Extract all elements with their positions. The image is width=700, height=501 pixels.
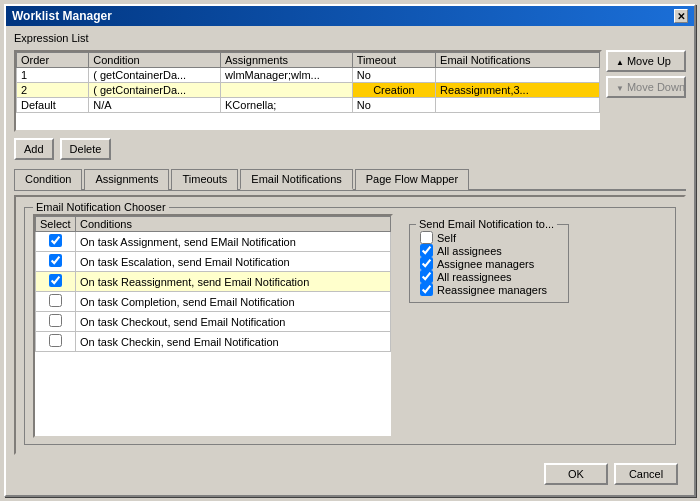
send-to-option: Self [420, 231, 558, 244]
worklist-manager-window: Worklist Manager ✕ Expression List Order… [4, 4, 696, 497]
send-to-options: SelfAll assigneesAssignee managersAll re… [420, 231, 558, 296]
tab-assignments[interactable]: Assignments [84, 169, 169, 190]
email-condition-checkbox[interactable] [49, 294, 62, 307]
email-table-row[interactable]: On task Completion, send Email Notificat… [36, 292, 391, 312]
col-timeout: Timeout [352, 53, 435, 68]
table-header-row: Order Condition Assignments Timeout Emai… [17, 53, 600, 68]
email-condition-checkbox[interactable] [49, 334, 62, 347]
tab-content: Email Notification Chooser Select Condit… [14, 195, 686, 455]
email-col-conditions: Conditions [76, 217, 391, 232]
main-content: Expression List Order Condition Assignme… [6, 26, 694, 495]
send-to-option: Assignee managers [420, 257, 558, 270]
send-to-checkbox[interactable] [420, 244, 433, 257]
email-table-row[interactable]: On task Checkin, send Email Notification [36, 332, 391, 352]
expression-table: Order Condition Assignments Timeout Emai… [16, 52, 600, 113]
email-table-row[interactable]: On task Reassignment, send Email Notific… [36, 272, 391, 292]
send-to-option: All reassignees [420, 270, 558, 283]
col-email: Email Notifications [436, 53, 600, 68]
col-condition: Condition [89, 53, 221, 68]
close-button[interactable]: ✕ [674, 9, 688, 23]
title-bar-text: Worklist Manager [12, 9, 112, 23]
email-condition-checkbox[interactable] [49, 314, 62, 327]
tab-timeouts[interactable]: Timeouts [171, 169, 238, 190]
send-to-group: Send Email Notification to... SelfAll as… [409, 224, 569, 303]
delete-button[interactable]: Delete [60, 138, 112, 160]
send-to-option: Reassignee managers [420, 283, 558, 296]
email-table-header: Select Conditions [36, 217, 391, 232]
send-to-checkbox[interactable] [420, 283, 433, 296]
email-chooser-group: Email Notification Chooser Select Condit… [24, 207, 676, 445]
move-up-icon [616, 55, 624, 67]
email-table-row[interactable]: On task Escalation, send Email Notificat… [36, 252, 391, 272]
move-down-button[interactable]: Move Down [606, 76, 686, 98]
email-table-row[interactable]: On task Checkout, send Email Notificatio… [36, 312, 391, 332]
title-bar: Worklist Manager ✕ [6, 6, 694, 26]
send-to-label: Send Email Notification to... [416, 218, 557, 230]
tab-condition[interactable]: Condition [14, 169, 82, 190]
email-col-select: Select [36, 217, 76, 232]
table-row[interactable]: 1( getContainerDa...wlmManager;wlm...No [17, 68, 600, 83]
move-buttons: Move Up Move Down [606, 50, 686, 132]
table-area: Order Condition Assignments Timeout Emai… [14, 50, 686, 132]
tabs-row: Condition Assignments Timeouts Email Not… [14, 168, 686, 191]
expression-list-label: Expression List [14, 32, 686, 44]
table-row[interactable]: DefaultN/AKCornella;No [17, 98, 600, 113]
cancel-button[interactable]: Cancel [614, 463, 678, 485]
col-order: Order [17, 53, 89, 68]
add-button[interactable]: Add [14, 138, 54, 160]
add-delete-row: Add Delete [14, 138, 686, 160]
send-to-option: All assignees [420, 244, 558, 257]
tab-page-flow-mapper[interactable]: Page Flow Mapper [355, 169, 469, 190]
ok-button[interactable]: OK [544, 463, 608, 485]
send-to-checkbox[interactable] [420, 231, 433, 244]
email-chooser-label: Email Notification Chooser [33, 201, 169, 213]
table-row[interactable]: 2( getContainerDa...CreationReassignment… [17, 83, 600, 98]
send-to-option-label: Assignee managers [437, 258, 534, 270]
email-table-row[interactable]: On task Assignment, send EMail Notificat… [36, 232, 391, 252]
bottom-bar: OK Cancel [14, 459, 686, 489]
send-to-checkbox[interactable] [420, 270, 433, 283]
email-conditions-table: Select Conditions On task Assignment, se… [35, 216, 391, 352]
email-condition-checkbox[interactable] [49, 274, 62, 287]
email-condition-checkbox[interactable] [49, 254, 62, 267]
send-to-option-label: Self [437, 232, 456, 244]
col-assignments: Assignments [221, 53, 353, 68]
send-to-checkbox[interactable] [420, 257, 433, 270]
email-table-wrapper: Select Conditions On task Assignment, se… [33, 214, 393, 438]
email-condition-checkbox[interactable] [49, 234, 62, 247]
send-to-option-label: All reassignees [437, 271, 512, 283]
tab-email-notifications[interactable]: Email Notifications [240, 169, 352, 190]
email-table-body: On task Assignment, send EMail Notificat… [36, 232, 391, 352]
expression-table-wrapper: Order Condition Assignments Timeout Emai… [14, 50, 602, 132]
send-to-option-label: All assignees [437, 245, 502, 257]
send-to-option-label: Reassignee managers [437, 284, 547, 296]
move-up-button[interactable]: Move Up [606, 50, 686, 72]
move-down-icon [616, 81, 624, 93]
table-body: 1( getContainerDa...wlmManager;wlm...No2… [17, 68, 600, 113]
